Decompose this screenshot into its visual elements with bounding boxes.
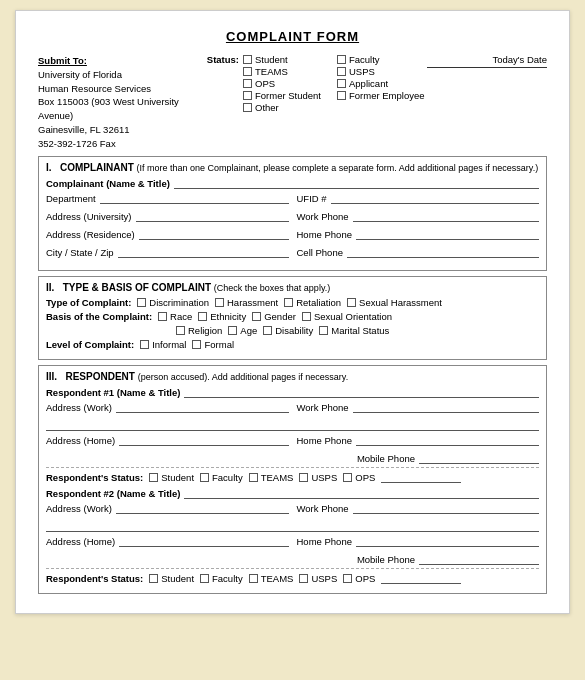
work-phone-input[interactable] [353,210,539,222]
resp2-mobile-row: Mobile Phone [46,553,539,565]
resp2-home-phone-input[interactable] [356,535,539,547]
resp1-checkbox-usps[interactable] [299,473,308,482]
resp2-checkbox-student[interactable] [149,574,158,583]
addr-res-group: Address (Residence) [46,228,289,243]
checkbox-student[interactable] [243,55,252,64]
addr-univ-input[interactable] [136,210,289,222]
resp1-work-phone-input[interactable] [353,401,539,413]
s3-number: III. [46,371,57,382]
checkbox-former-employee[interactable] [337,91,346,100]
dept-input[interactable] [100,192,289,204]
status-other: Other [243,102,333,113]
s1-number: I. [46,162,52,173]
checkbox-former-student[interactable] [243,91,252,100]
checkbox-ethnicity[interactable] [198,312,207,321]
checkbox-formal[interactable] [192,340,201,349]
section-complaint-type: II. TYPE & BASIS OF COMPLAINT (Check the… [38,276,547,360]
checkbox-age[interactable] [228,326,237,335]
resp1-home-phone-label: Home Phone [297,435,352,446]
header-section: Submit To: University of Florida Human R… [38,54,547,150]
resp2-checkbox-teams[interactable] [249,574,258,583]
ufid-input[interactable] [331,192,539,204]
home-phone-label: Home Phone [297,229,352,240]
resp1-label: Respondent #1 (Name & Title) [46,387,180,398]
resp2-checkbox-faculty[interactable] [200,574,209,583]
resp1-check-faculty: Faculty [200,472,243,483]
checkbox-informal[interactable] [140,340,149,349]
complaint-form-page: COMPLAINT FORM Submit To: University of … [15,10,570,614]
checkbox-other[interactable] [243,103,252,112]
check-sexual-orientation: Sexual Orientation [302,311,392,322]
resp1-input[interactable] [184,386,539,398]
resp1-checkbox-faculty[interactable] [200,473,209,482]
checkbox-race[interactable] [158,312,167,321]
city-label: City / State / Zip [46,247,114,258]
resp1-spacer-line [46,419,539,431]
resp2-mobile-label: Mobile Phone [357,554,415,565]
resp1-status-row: Respondent's Status: Student Faculty TEA… [46,467,539,483]
cell-label: Cell Phone [297,247,343,258]
resp1-check-teams: TEAMS [249,472,294,483]
checkbox-sexual-orientation[interactable] [302,312,311,321]
checkbox-marital-status[interactable] [319,326,328,335]
checkbox-faculty[interactable] [337,55,346,64]
date-line[interactable] [427,67,547,68]
resp1-work-row: Address (Work) Work Phone [46,401,539,416]
resp1-checkbox-ops[interactable] [343,473,352,482]
resp2-work-phone-input[interactable] [353,502,539,514]
resp2-label: Respondent #2 (Name & Title) [46,488,180,499]
org-line3: Box 115003 (903 West University Avenue) [38,95,207,123]
checkbox-ops[interactable] [243,79,252,88]
ufid-label: UFID # [297,193,327,204]
resp1-addr-work-input[interactable] [116,401,289,413]
resp2-checkbox-usps[interactable] [299,574,308,583]
cell-input[interactable] [347,246,539,258]
resp2-status-other-input[interactable] [381,572,461,584]
check-retaliation: Retaliation [284,297,341,308]
resp1-spacer-row [46,419,539,431]
addr-res-input[interactable] [139,228,289,240]
checkbox-usps[interactable] [337,67,346,76]
resp2-checkbox-ops[interactable] [343,574,352,583]
checkbox-harassment[interactable] [215,298,224,307]
checkbox-discrimination[interactable] [137,298,146,307]
complainant-input[interactable] [174,177,539,189]
resp1-checkbox-student[interactable] [149,473,158,482]
resp2-work-row: Address (Work) Work Phone [46,502,539,517]
city-group: City / State / Zip [46,246,289,261]
resp2-addr-home-input[interactable] [119,535,288,547]
check-religion: Religion [176,325,222,336]
checkbox-teams[interactable] [243,67,252,76]
checkbox-religion[interactable] [176,326,185,335]
resp2-input[interactable] [184,487,539,499]
resp1-check-ops: OPS [343,472,375,483]
resp1-status-other-input[interactable] [381,471,461,483]
type-label: Type of Complaint: [46,297,131,308]
checkbox-gender[interactable] [252,312,261,321]
resp2-check-usps: USPS [299,573,337,584]
resp2-mobile-input[interactable] [419,553,539,565]
city-input[interactable] [118,246,289,258]
date-block: Today's Date [427,54,547,68]
resp2-home-row: Address (Home) Home Phone [46,535,539,550]
checkbox-sexual-harassment[interactable] [347,298,356,307]
cell-group: Cell Phone [297,246,540,261]
resp2-addr-work-input[interactable] [116,502,289,514]
resp1-checkbox-teams[interactable] [249,473,258,482]
status-usps: USPS [337,66,427,77]
check-harassment: Harassment [215,297,278,308]
status-faculty: Faculty [337,54,427,65]
resp2-spacer-row [46,520,539,532]
addr-univ-label: Address (University) [46,211,132,222]
status-applicant: Applicant [337,78,427,89]
checkbox-applicant[interactable] [337,79,346,88]
home-phone-input[interactable] [356,228,539,240]
resp1-mobile-input[interactable] [419,452,539,464]
resp1-addr-home-input[interactable] [119,434,288,446]
resp1-home-phone-input[interactable] [356,434,539,446]
checkbox-disability[interactable] [263,326,272,335]
check-race: Race [158,311,192,322]
checkbox-retaliation[interactable] [284,298,293,307]
home-phone-group: Home Phone [297,228,540,243]
work-phone-group: Work Phone [297,210,540,225]
